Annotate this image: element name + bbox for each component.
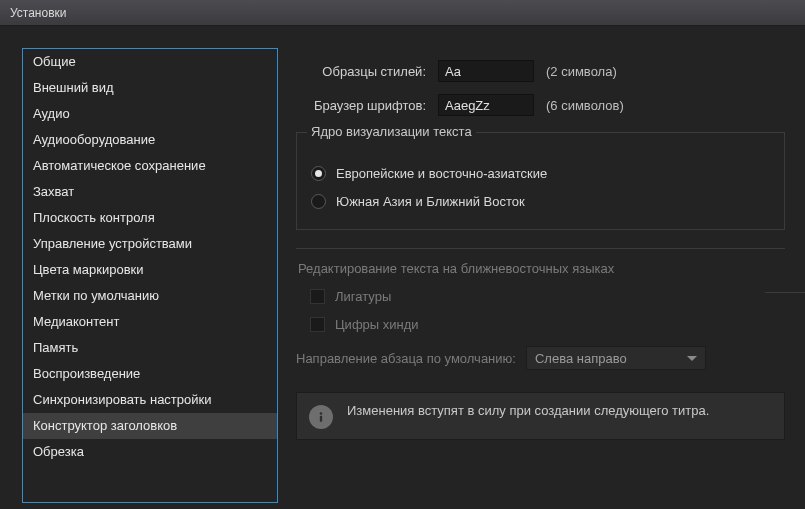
main-panel: Образцы стилей: (2 символа) Браузер шриф… [296, 48, 805, 509]
font-browser-hint: (6 символов) [546, 98, 624, 113]
hindi-digits-checkbox-row[interactable]: Цифры хинди [296, 310, 785, 338]
hindi-digits-label: Цифры хинди [335, 317, 419, 332]
render-core-option-me[interactable]: Южная Азия и Ближний Восток [311, 187, 770, 215]
me-editing-title: Редактирование текста на ближневосточных… [298, 261, 785, 276]
sidebar-item[interactable]: Обрезка [23, 439, 277, 465]
paragraph-direction-dropdown[interactable]: Слева направо [526, 346, 706, 370]
render-core-option-euro[interactable]: Европейские и восточно-азиатские [311, 159, 770, 187]
body: ОбщиеВнешний видАудиоАудиооборудованиеАв… [0, 26, 805, 509]
svg-point-0 [320, 412, 323, 415]
sidebar-item[interactable]: Аудиооборудование [23, 127, 277, 153]
font-browser-input[interactable] [438, 94, 534, 116]
sidebar-item[interactable]: Внешний вид [23, 75, 277, 101]
divider [765, 292, 805, 293]
svg-rect-1 [320, 416, 322, 422]
sidebar-item[interactable]: Управление устройствами [23, 231, 277, 257]
sidebar-item[interactable]: Захват [23, 179, 277, 205]
render-core-option-label: Европейские и восточно-азиатские [336, 166, 547, 181]
ligatures-checkbox-row[interactable]: Лигатуры [296, 282, 785, 310]
render-core-option-label: Южная Азия и Ближний Восток [336, 194, 525, 209]
render-core-title: Ядро визуализации текста [307, 124, 476, 139]
sidebar-item[interactable]: Медиаконтент [23, 309, 277, 335]
ligatures-label: Лигатуры [335, 289, 391, 304]
sidebar-item[interactable]: Воспроизведение [23, 361, 277, 387]
checkbox-icon [310, 317, 325, 332]
info-icon [309, 405, 333, 429]
paragraph-direction-value: Слева направо [535, 351, 627, 366]
sidebar-item[interactable]: Автоматическое сохранение [23, 153, 277, 179]
preferences-window: Установки ОбщиеВнешний видАудиоАудиообор… [0, 0, 805, 509]
style-samples-label: Образцы стилей: [296, 64, 426, 79]
sidebar-item[interactable]: Память [23, 335, 277, 361]
style-samples-hint: (2 символа) [546, 64, 617, 79]
paragraph-direction-row: Направление абзаца по умолчанию: Слева н… [296, 346, 785, 370]
sidebar-item[interactable]: Общие [23, 49, 277, 75]
sidebar-item[interactable]: Цвета маркировки [23, 257, 277, 283]
render-core-group: Ядро визуализации текста Европейские и в… [296, 132, 785, 230]
sidebar-item[interactable]: Синхронизировать настройки [23, 387, 277, 413]
sidebar-item[interactable]: Метки по умолчанию [23, 283, 277, 309]
paragraph-direction-label: Направление абзаца по умолчанию: [296, 351, 516, 366]
titlebar: Установки [0, 0, 805, 26]
radio-icon [311, 166, 326, 181]
chevron-down-icon [687, 356, 697, 361]
window-title: Установки [10, 6, 66, 20]
font-browser-label: Браузер шрифтов: [296, 98, 426, 113]
radio-icon [311, 194, 326, 209]
font-browser-row: Браузер шрифтов: (6 символов) [296, 88, 785, 122]
sidebar-item[interactable]: Плоскость контроля [23, 205, 277, 231]
sidebar-item[interactable]: Аудио [23, 101, 277, 127]
style-samples-row: Образцы стилей: (2 символа) [296, 54, 785, 88]
info-text: Изменения вступят в силу при создании сл… [347, 403, 709, 418]
sidebar-item[interactable]: Конструктор заголовков [23, 413, 277, 439]
me-editing-group: Редактирование текста на ближневосточных… [296, 248, 785, 370]
style-samples-input[interactable] [438, 60, 534, 82]
checkbox-icon [310, 289, 325, 304]
category-sidebar: ОбщиеВнешний видАудиоАудиооборудованиеАв… [22, 48, 278, 503]
info-banner: Изменения вступят в силу при создании сл… [296, 392, 785, 440]
